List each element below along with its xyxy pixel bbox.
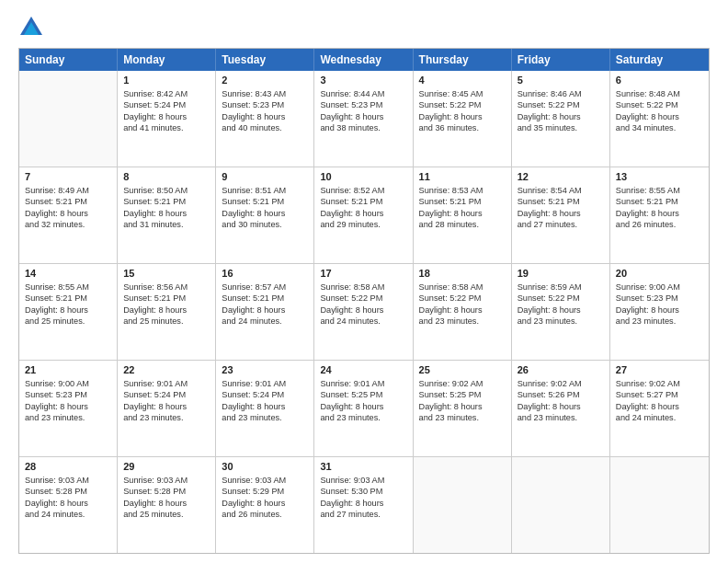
- calendar-cell: 3Sunrise: 8:44 AMSunset: 5:23 PMDaylight…: [314, 71, 413, 167]
- cell-text-line: Daylight: 8 hours: [616, 304, 703, 316]
- cell-text-line: Sunset: 5:21 PM: [419, 196, 506, 207]
- cell-text-line: Sunset: 5:23 PM: [25, 389, 111, 400]
- calendar-cell: 8Sunrise: 8:50 AMSunset: 5:21 PMDaylight…: [118, 167, 216, 263]
- cell-text-line: and 29 minutes.: [320, 219, 406, 230]
- day-number: 25: [419, 364, 506, 375]
- day-number: 5: [518, 75, 604, 86]
- cell-text-line: and 40 minutes.: [222, 122, 308, 133]
- cell-text-line: and 23 minutes.: [518, 412, 604, 423]
- day-number: 31: [320, 461, 406, 472]
- cell-text-line: Daylight: 8 hours: [123, 111, 210, 122]
- cell-text-line: Daylight: 8 hours: [419, 304, 506, 316]
- day-number: 30: [222, 461, 308, 472]
- cell-text-line: Daylight: 8 hours: [320, 304, 406, 316]
- day-number: 28: [25, 461, 111, 472]
- day-number: 27: [616, 364, 703, 375]
- weekday-header: Monday: [118, 49, 216, 71]
- day-number: 7: [25, 171, 111, 182]
- cell-text-line: Sunset: 5:21 PM: [25, 293, 111, 304]
- calendar-week-row: 28Sunrise: 9:03 AMSunset: 5:28 PMDayligh…: [19, 457, 709, 553]
- calendar-cell: 2Sunrise: 8:43 AMSunset: 5:23 PMDaylight…: [216, 71, 314, 167]
- cell-text-line: Sunrise: 8:57 AM: [222, 282, 308, 293]
- cell-text-line: and 34 minutes.: [616, 122, 703, 133]
- cell-text-line: Daylight: 8 hours: [123, 401, 210, 412]
- calendar-week-row: 21Sunrise: 9:00 AMSunset: 5:23 PMDayligh…: [19, 361, 709, 457]
- cell-text-line: Sunrise: 8:59 AM: [518, 282, 604, 293]
- calendar-cell: 1Sunrise: 8:42 AMSunset: 5:24 PMDaylight…: [118, 71, 216, 167]
- cell-text-line: Sunrise: 8:42 AM: [123, 88, 210, 99]
- calendar-cell: 24Sunrise: 9:01 AMSunset: 5:25 PMDayligh…: [314, 361, 413, 456]
- cell-text-line: Sunrise: 8:58 AM: [320, 282, 406, 293]
- cell-text-line: Daylight: 8 hours: [616, 208, 703, 219]
- day-number: 16: [222, 268, 308, 279]
- cell-text-line: and 36 minutes.: [419, 122, 506, 133]
- cell-text-line: Sunrise: 9:02 AM: [419, 378, 506, 389]
- cell-text-line: Sunrise: 8:55 AM: [616, 185, 703, 196]
- cell-text-line: and 26 minutes.: [222, 509, 308, 520]
- weekday-header: Saturday: [610, 49, 709, 71]
- calendar-cell: 14Sunrise: 8:55 AMSunset: 5:21 PMDayligh…: [19, 264, 118, 360]
- calendar-cell: 21Sunrise: 9:00 AMSunset: 5:23 PMDayligh…: [19, 361, 118, 456]
- cell-text-line: Sunrise: 8:44 AM: [320, 88, 406, 99]
- cell-text-line: Sunset: 5:21 PM: [123, 293, 210, 304]
- day-number: 10: [320, 171, 406, 182]
- cell-text-line: Daylight: 8 hours: [320, 208, 406, 219]
- cell-text-line: and 27 minutes.: [320, 509, 406, 520]
- cell-text-line: Daylight: 8 hours: [222, 498, 308, 509]
- cell-text-line: Sunrise: 9:03 AM: [222, 475, 308, 486]
- day-number: 23: [222, 364, 308, 375]
- calendar-cell: 20Sunrise: 9:00 AMSunset: 5:23 PMDayligh…: [610, 264, 709, 360]
- day-number: 13: [616, 171, 703, 182]
- weekday-header: Tuesday: [216, 49, 314, 71]
- cell-text-line: Daylight: 8 hours: [616, 111, 703, 122]
- day-number: 22: [123, 364, 210, 375]
- calendar-cell: [19, 71, 118, 167]
- cell-text-line: Sunset: 5:28 PM: [123, 486, 210, 497]
- cell-text-line: and 38 minutes.: [320, 122, 406, 133]
- cell-text-line: Daylight: 8 hours: [25, 304, 111, 316]
- day-number: 9: [222, 171, 308, 182]
- cell-text-line: and 24 minutes.: [222, 316, 308, 327]
- cell-text-line: Sunrise: 9:03 AM: [25, 475, 111, 486]
- cell-text-line: Daylight: 8 hours: [222, 304, 308, 316]
- calendar-cell: 26Sunrise: 9:02 AMSunset: 5:26 PMDayligh…: [512, 361, 610, 456]
- calendar-cell: 16Sunrise: 8:57 AMSunset: 5:21 PMDayligh…: [216, 264, 314, 360]
- cell-text-line: Sunset: 5:21 PM: [222, 196, 308, 207]
- cell-text-line: Sunrise: 8:53 AM: [419, 185, 506, 196]
- cell-text-line: Sunset: 5:21 PM: [222, 293, 308, 304]
- calendar-cell: 5Sunrise: 8:46 AMSunset: 5:22 PMDaylight…: [512, 71, 610, 167]
- day-number: 1: [123, 75, 210, 86]
- cell-text-line: Sunset: 5:29 PM: [222, 486, 308, 497]
- calendar-cell: [414, 457, 512, 553]
- cell-text-line: and 23 minutes.: [320, 412, 406, 423]
- calendar-cell: 7Sunrise: 8:49 AMSunset: 5:21 PMDaylight…: [19, 167, 118, 263]
- day-number: 15: [123, 268, 210, 279]
- cell-text-line: Daylight: 8 hours: [419, 111, 506, 122]
- header: [18, 15, 710, 40]
- cell-text-line: Daylight: 8 hours: [320, 111, 406, 122]
- cell-text-line: Sunset: 5:21 PM: [25, 196, 111, 207]
- day-number: 14: [25, 268, 111, 279]
- day-number: 4: [419, 75, 506, 86]
- day-number: 8: [123, 171, 210, 182]
- cell-text-line: Sunrise: 9:03 AM: [123, 475, 210, 486]
- cell-text-line: Daylight: 8 hours: [222, 111, 308, 122]
- cell-text-line: Sunrise: 9:01 AM: [222, 378, 308, 389]
- cell-text-line: Sunset: 5:21 PM: [616, 196, 703, 207]
- logo-icon: [18, 15, 44, 40]
- day-number: 17: [320, 268, 406, 279]
- cell-text-line: and 25 minutes.: [123, 509, 210, 520]
- cell-text-line: and 28 minutes.: [419, 219, 506, 230]
- cell-text-line: Daylight: 8 hours: [518, 208, 604, 219]
- calendar-week-row: 14Sunrise: 8:55 AMSunset: 5:21 PMDayligh…: [19, 264, 709, 361]
- cell-text-line: Sunrise: 8:56 AM: [123, 282, 210, 293]
- cell-text-line: Daylight: 8 hours: [25, 401, 111, 412]
- cell-text-line: Sunrise: 8:54 AM: [518, 185, 604, 196]
- cell-text-line: and 23 minutes.: [123, 412, 210, 423]
- day-number: 19: [518, 268, 604, 279]
- cell-text-line: Sunset: 5:22 PM: [518, 99, 604, 110]
- cell-text-line: Sunrise: 8:52 AM: [320, 185, 406, 196]
- cell-text-line: Sunrise: 8:50 AM: [123, 185, 210, 196]
- cell-text-line: Sunset: 5:23 PM: [222, 99, 308, 110]
- cell-text-line: Daylight: 8 hours: [25, 208, 111, 219]
